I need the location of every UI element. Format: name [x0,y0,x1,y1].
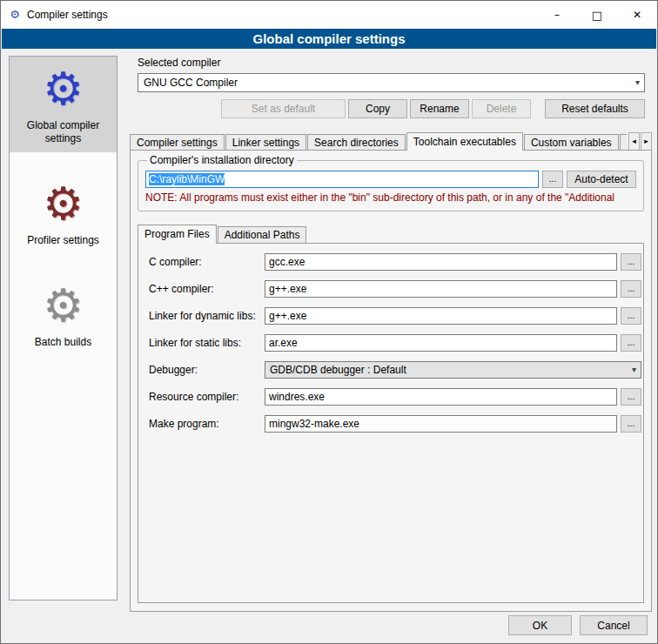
compiler-select-value: GNU GCC Compiler [144,77,238,89]
note-text: NOTE: All programs must exist either in … [145,191,636,204]
gear-blue-icon: ⚙ [11,62,115,119]
main-content: Selected compiler GNU GCC Compiler ▾ Set… [130,55,652,619]
settings-tabstrip: Compiler settings Linker settings Search… [130,131,652,151]
sidebar-item-label: Batch builds [11,336,115,349]
program-files-panel: C compiler: gcc.exe ... C++ compiler: g+… [138,243,644,603]
make-program-row: Make program: mingw32-make.exe ... [149,415,641,433]
page-title: Global compiler settings [2,29,656,49]
chevron-down-icon: ▾ [632,362,636,378]
debugger-row: Debugger: GDB/CDB debugger : Default ▾ [149,361,641,379]
toolchain-executables-panel: Compiler's installation directory C:\ray… [130,150,652,612]
installation-directory-row: C:\raylib\MinGW ... Auto-detect [145,171,636,188]
tab-toolchain-executables[interactable]: Toolchain executables [406,132,523,151]
c-compiler-row: C compiler: gcc.exe ... [149,253,641,271]
cpp-compiler-row: C++ compiler: g++.exe ... [149,280,641,298]
debugger-value: GDB/CDB debugger : Default [270,364,406,376]
make-program-value: mingw32-make.exe [269,418,359,430]
resource-compiler-row: Resource compiler: windres.exe ... [149,388,641,406]
set-as-default-button[interactable]: Set as default [221,99,346,118]
cancel-button[interactable]: Cancel [580,615,648,635]
browse-directory-button[interactable]: ... [542,171,563,188]
window-title: Compiler settings [27,9,108,21]
compiler-select[interactable]: GNU GCC Compiler ▾ [138,73,645,92]
c-compiler-browse-button[interactable]: ... [621,253,641,271]
dynamic-linker-row: Linker for dynamic libs: g++.exe ... [149,307,641,325]
tab-linker-settings[interactable]: Linker settings [225,134,306,151]
make-program-input[interactable]: mingw32-make.exe [265,415,617,433]
ok-button[interactable]: OK [508,615,572,635]
settings-sidebar: ⚙ Global compiler settings ⚙ Profiler se… [9,56,118,600]
sidebar-item-global-compiler-settings[interactable]: ⚙ Global compiler settings [10,57,117,152]
tab-scrollers: ◂ ▸ [628,132,652,151]
selected-compiler-label: Selected compiler [138,57,220,69]
tab-search-directories[interactable]: Search directories [307,134,406,151]
installation-directory-input[interactable]: C:\raylib\MinGW [145,171,539,188]
sidebar-item-profiler-settings[interactable]: ⚙ Profiler settings [10,171,117,254]
program-files-tabstrip: Program Files Additional Paths [138,224,307,243]
resource-compiler-input[interactable]: windres.exe [265,388,617,406]
rename-button[interactable]: Rename [410,99,469,118]
tab-scroll-right-icon[interactable]: ▸ [641,132,652,151]
tab-build-options[interactable]: Buil [620,134,627,151]
tab-program-files[interactable]: Program Files [138,225,217,244]
close-icon[interactable]: ✕ [617,1,657,29]
static-linker-row: Linker for static libs: ar.exe ... [149,334,641,352]
dialog-footer: OK Cancel [508,615,648,635]
dynamic-linker-input[interactable]: g++.exe [265,307,617,325]
window-controls: – □ ✕ [537,1,657,29]
make-program-label: Make program: [149,415,219,433]
dynamic-linker-browse-button[interactable]: ... [621,307,641,325]
app-gear-icon: ⚙ [8,8,22,22]
sidebar-item-label: Global compiler settings [11,119,115,145]
cpp-compiler-input[interactable]: g++.exe [265,280,617,298]
chevron-down-icon: ▾ [635,74,640,91]
resource-compiler-value: windres.exe [269,391,325,403]
c-compiler-value: gcc.exe [269,256,305,268]
static-linker-browse-button[interactable]: ... [621,334,641,352]
make-program-browse-button[interactable]: ... [621,415,641,433]
static-linker-value: ar.exe [269,337,298,349]
delete-button[interactable]: Delete [472,99,531,118]
sidebar-item-batch-builds[interactable]: ⚙ Batch builds [10,273,117,356]
installation-directory-group: Compiler's installation directory C:\ray… [138,154,644,211]
cpp-compiler-value: g++.exe [269,283,306,295]
batch-builds-icon: ⚙ [11,278,115,336]
tab-additional-paths[interactable]: Additional Paths [218,226,307,243]
c-compiler-input[interactable]: gcc.exe [265,253,617,271]
cpp-compiler-label: C++ compiler: [149,280,214,298]
installation-directory-value: C:\raylib\MinGW [149,173,225,185]
titlebar[interactable]: ⚙ Compiler settings – □ ✕ [1,1,657,29]
maximize-icon[interactable]: □ [577,1,617,29]
profiler-icon: ⚙ [11,177,115,234]
cpp-compiler-browse-button[interactable]: ... [621,280,641,298]
dynamic-linker-value: g++.exe [269,310,306,322]
compiler-settings-dialog: ⚙ Compiler settings – □ ✕ Global compile… [0,0,658,644]
minimize-icon[interactable]: – [537,1,577,29]
static-linker-input[interactable]: ar.exe [265,334,617,352]
resource-compiler-browse-button[interactable]: ... [621,388,641,406]
static-linker-label: Linker for static libs: [149,334,241,352]
copy-button[interactable]: Copy [348,99,407,118]
tab-custom-variables[interactable]: Custom variables [524,134,619,151]
debugger-select[interactable]: GDB/CDB debugger : Default ▾ [265,361,641,379]
tab-scroll-left-icon[interactable]: ◂ [628,132,640,151]
auto-detect-button[interactable]: Auto-detect [567,171,636,188]
dynamic-linker-label: Linker for dynamic libs: [149,307,256,325]
c-compiler-label: C compiler: [149,253,202,271]
reset-defaults-button[interactable]: Reset defaults [545,99,645,118]
installation-directory-legend: Compiler's installation directory [147,154,297,166]
debugger-label: Debugger: [149,361,198,379]
tab-compiler-settings[interactable]: Compiler settings [130,134,225,151]
tabs-wrap: Compiler settings Linker settings Search… [130,131,627,151]
sidebar-item-label: Profiler settings [11,234,115,247]
resource-compiler-label: Resource compiler: [149,388,238,406]
